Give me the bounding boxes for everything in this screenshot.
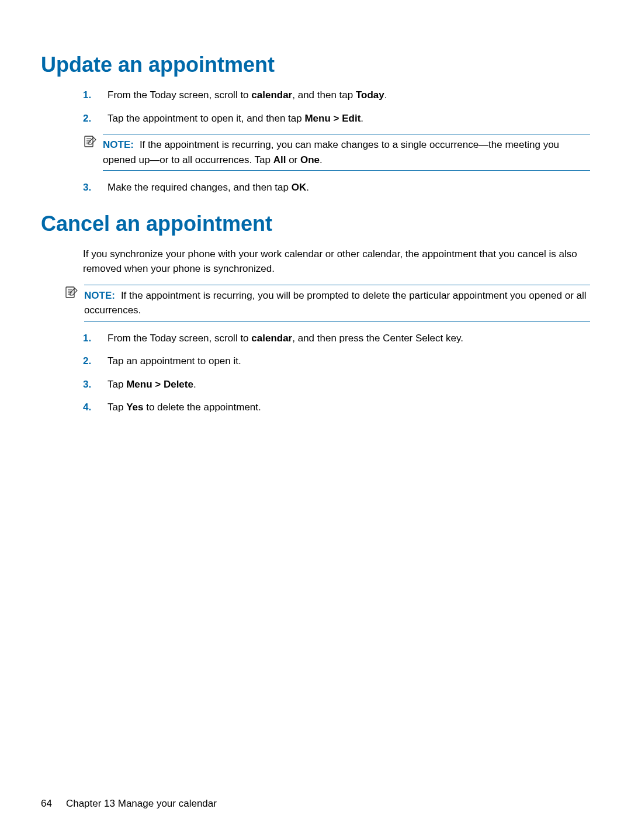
step-text: Tap an appointment to open it. [108,354,590,369]
step-text: From the Today screen, scroll to calenda… [108,331,590,346]
step-number: 1. [83,331,108,346]
steps-update: 1. From the Today screen, scroll to cale… [41,88,590,126]
step-text: From the Today screen, scroll to calenda… [108,88,590,103]
step-1: 1. From the Today screen, scroll to cale… [83,331,590,346]
note-content: NOTE:If the appointment is recurring, yo… [84,285,590,322]
steps-update-cont: 3. Make the required changes, and then t… [41,180,590,195]
step-4: 4. Tap Yes to delete the appointment. [83,400,590,415]
steps-cancel: 1. From the Today screen, scroll to cale… [41,331,590,415]
page-footer: 64 Chapter 13 Manage your calendar [41,798,217,810]
step-3: 3. Tap Menu > Delete. [83,377,590,392]
step-text: Make the required changes, and then tap … [108,180,590,195]
step-text: Tap Yes to delete the appointment. [108,400,590,415]
intro-cancel: If you synchronize your phone with your … [41,247,590,276]
section-cancel-appointment: Cancel an appointment If you synchronize… [41,212,590,415]
note-label: NOTE: [103,139,134,150]
note-icon [83,135,97,148]
step-number: 3. [83,377,108,392]
note-label: NOTE: [84,290,115,301]
step-number: 1. [83,88,108,103]
note-content: NOTE:If the appointment is recurring, yo… [103,134,590,171]
page-number: 64 [41,798,52,810]
chapter-title: Chapter 13 Manage your calendar [66,798,217,810]
step-number: 4. [83,400,108,415]
step-1: 1. From the Today screen, scroll to cale… [83,88,590,103]
step-2: 2. Tap the appointment to open it, and t… [83,111,590,126]
page: Update an appointment 1. From the Today … [0,0,631,840]
step-number: 3. [83,180,108,195]
heading-update: Update an appointment [41,53,590,77]
note-icon [64,286,78,299]
step-number: 2. [83,354,108,369]
note-cancel: NOTE:If the appointment is recurring, yo… [64,285,590,322]
step-2: 2. Tap an appointment to open it. [83,354,590,369]
step-text: Tap the appointment to open it, and then… [108,111,590,126]
step-number: 2. [83,111,108,126]
svg-rect-5 [66,287,74,298]
heading-cancel: Cancel an appointment [41,212,590,236]
step-3: 3. Make the required changes, and then t… [83,180,590,195]
svg-rect-0 [85,136,93,147]
note-update: NOTE:If the appointment is recurring, yo… [83,134,590,171]
step-text: Tap Menu > Delete. [108,377,590,392]
section-update-appointment: Update an appointment 1. From the Today … [41,53,590,195]
